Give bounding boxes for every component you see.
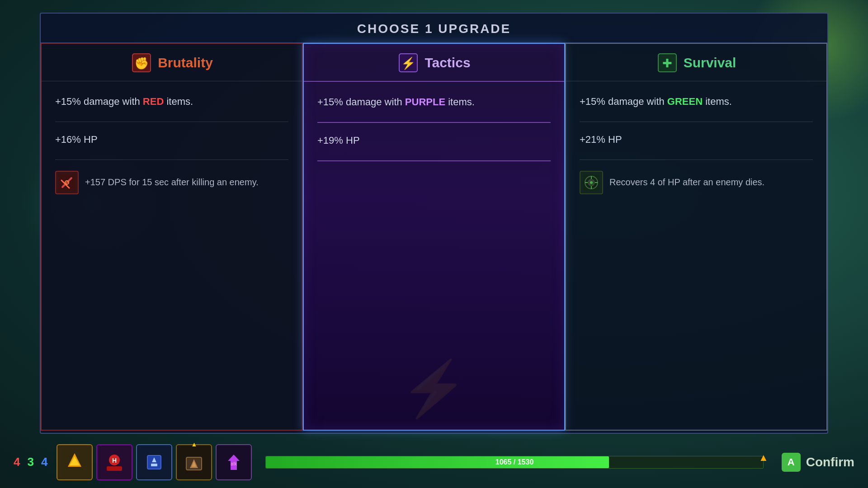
card-brutality-title: Brutality: [158, 55, 213, 70]
card-tactics-title: Tactics: [425, 55, 470, 70]
svg-text:H: H: [112, 457, 117, 464]
brutality-icon: ✊: [131, 52, 152, 74]
stat-num-blue: 4: [41, 455, 47, 469]
card-brutality-body: +15% damage with RED items. +16% HP +1: [42, 81, 302, 203]
exp-arrow: ▲: [759, 452, 769, 464]
slot-lb[interactable]: [57, 444, 93, 480]
brutality-divider: [55, 122, 288, 122]
tactics-divider: [317, 122, 551, 123]
survival-stat-1: +15% damage with GREEN items.: [580, 95, 813, 109]
survival-stat-2: +21% HP: [580, 133, 813, 147]
card-survival-body: +15% damage with GREEN items. +21% HP: [566, 81, 826, 203]
exp-bar-container: 1065 / 1530 ▲: [265, 456, 763, 469]
exp-text: 1065 / 1530: [266, 456, 763, 468]
stat-num-red: 4: [14, 455, 20, 469]
brutality-stat-1: +15% damage with RED items.: [55, 95, 288, 109]
card-tactics-body: +15% damage with PURPLE items. +19% HP: [304, 82, 564, 181]
confirm-button-icon: A: [782, 453, 801, 472]
brutality-stat-2: +16% HP: [55, 133, 288, 147]
tactics-watermark: ⚡: [400, 357, 468, 421]
tactics-stat-2: +19% HP: [317, 134, 551, 148]
svg-text:✚: ✚: [662, 56, 672, 70]
slot-lt-wrapper: ▲ LT: [176, 444, 212, 480]
stat-numbers: 4 3 4: [14, 455, 47, 469]
panel-title: CHOOSE 1 UPGRADE: [357, 22, 511, 36]
card-brutality-header: ✊ Brutality: [42, 44, 302, 81]
brutality-bonus-text: +157 DPS for 15 sec after killing an ene…: [85, 177, 259, 188]
brutality-bonus-icon: [55, 171, 79, 194]
tactics-highlight-purple: PURPLE: [405, 96, 445, 108]
confirm-button[interactable]: A Confirm: [782, 453, 854, 472]
slot-h[interactable]: H: [96, 444, 132, 480]
slot-h-wrapper: H H: [96, 444, 132, 480]
tactics-icon: ⚡: [397, 52, 419, 74]
cards-container: ✊ Brutality +15% damage with RED items. …: [41, 43, 827, 431]
card-tactics-header: ⚡ Tactics: [304, 44, 564, 82]
tactics-stat-1: +15% damage with PURPLE items.: [317, 95, 551, 109]
panel-title-bar: CHOOSE 1 UPGRADE: [41, 14, 827, 43]
svg-rect-25: [151, 464, 157, 466]
survival-divider2: [580, 160, 813, 160]
brutality-divider2: [55, 160, 288, 160]
slot-lb-wrapper: LB: [57, 444, 93, 480]
svg-text:⚡: ⚡: [401, 56, 416, 70]
stat-num-green: 3: [27, 455, 33, 469]
survival-bonus-text: Recovers 4 of HP after an enemy dies.: [609, 177, 764, 188]
slot-lt[interactable]: ▲: [176, 444, 212, 480]
tactics-divider2: [317, 160, 551, 161]
svg-text:atk: atk: [231, 461, 237, 466]
survival-bonus-icon: [580, 171, 603, 194]
svg-point-13: [590, 181, 593, 184]
survival-divider: [580, 122, 813, 122]
card-tactics[interactable]: ⚡ ⚡ Tactics +15% damage with PURPLE item…: [303, 43, 565, 431]
card-brutality[interactable]: ✊ Brutality +15% damage with RED items. …: [41, 43, 303, 431]
card-survival-header: ✚ Survival: [566, 44, 826, 81]
card-survival-title: Survival: [684, 55, 736, 70]
confirm-button-label: Confirm: [806, 455, 854, 469]
survival-bonus: Recovers 4 of HP after an enemy dies.: [580, 171, 813, 194]
slot-y[interactable]: [136, 444, 172, 480]
bottom-bar: 4 3 4 LB H H: [0, 436, 868, 488]
slot-rt[interactable]: atk: [216, 444, 252, 480]
svg-rect-22: [107, 466, 122, 471]
upgrade-panel: CHOOSE 1 UPGRADE ✊ Brutality +15% damage…: [40, 13, 828, 434]
brutality-highlight-red: RED: [143, 96, 164, 107]
card-survival[interactable]: ✚ Survival +15% damage with GREEN items.…: [565, 43, 827, 431]
brutality-bonus: +157 DPS for 15 sec after killing an ene…: [55, 171, 288, 194]
survival-icon: ✚: [656, 52, 678, 74]
survival-highlight-green: GREEN: [667, 96, 703, 107]
slot-y-wrapper: Y: [136, 444, 172, 480]
svg-text:✊: ✊: [134, 56, 149, 70]
item-slots: LB H H Y ▲: [57, 444, 252, 480]
slot-rt-wrapper: atk RT: [216, 444, 252, 480]
